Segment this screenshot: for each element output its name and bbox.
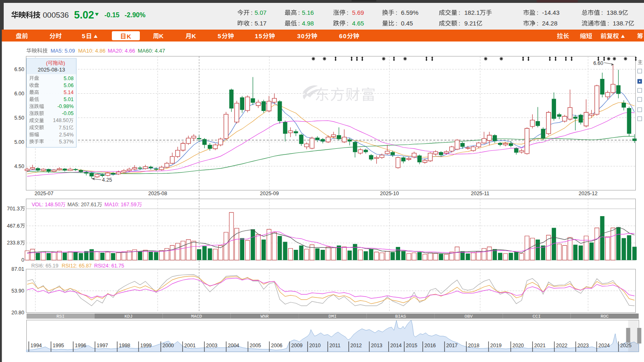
svg-text:DMI: DMI bbox=[329, 314, 337, 319]
svg-text:6.00: 6.00 bbox=[14, 91, 24, 97]
svg-text:MACD: MACD bbox=[191, 314, 202, 319]
svg-text::: : bbox=[537, 9, 538, 16]
svg-text:2004: 2004 bbox=[228, 343, 239, 348]
svg-text:2009: 2009 bbox=[291, 343, 303, 348]
svg-text:-2.90%: -2.90% bbox=[125, 12, 146, 18]
svg-text:138.9: 138.9 bbox=[607, 9, 622, 16]
svg-text:1997: 1997 bbox=[97, 343, 108, 348]
svg-text:20.80: 20.80 bbox=[12, 310, 24, 316]
svg-text:9.21: 9.21 bbox=[464, 20, 476, 27]
svg-text:K: K bbox=[159, 32, 164, 39]
svg-text:-0.98%: -0.98% bbox=[57, 104, 74, 109]
svg-text:4.50: 4.50 bbox=[14, 164, 24, 169]
svg-text:2025-08: 2025-08 bbox=[148, 191, 167, 196]
svg-text:1999: 1999 bbox=[140, 343, 152, 348]
svg-text:5.07: 5.07 bbox=[255, 9, 266, 16]
svg-text:000536: 000536 bbox=[43, 11, 69, 19]
svg-text:5.02: 5.02 bbox=[74, 9, 94, 21]
svg-text:BIAS: BIAS bbox=[395, 314, 406, 319]
svg-text:4.25: 4.25 bbox=[102, 177, 112, 183]
svg-text:5.50: 5.50 bbox=[14, 115, 24, 121]
svg-text:MA60: 4.47: MA60: 4.47 bbox=[138, 48, 165, 54]
svg-text:6.60: 6.60 bbox=[593, 60, 603, 66]
svg-text:5.69: 5.69 bbox=[352, 9, 364, 16]
svg-text:701.3: 701.3 bbox=[7, 206, 20, 212]
svg-text:6: 6 bbox=[339, 32, 343, 39]
svg-text:233.8: 233.8 bbox=[7, 240, 20, 246]
svg-text:5: 5 bbox=[259, 32, 262, 39]
svg-text:2022: 2022 bbox=[556, 343, 568, 348]
svg-text:87.01: 87.01 bbox=[12, 266, 24, 272]
svg-text:2023: 2023 bbox=[577, 343, 589, 348]
svg-text:4.65: 4.65 bbox=[352, 20, 364, 27]
svg-text::: : bbox=[607, 20, 609, 27]
svg-text:1996: 1996 bbox=[75, 343, 86, 348]
svg-text:RSI: RSI bbox=[56, 314, 65, 319]
svg-text:1998: 1998 bbox=[119, 343, 130, 348]
svg-text:24.28: 24.28 bbox=[542, 20, 558, 27]
svg-text:2019: 2019 bbox=[490, 343, 502, 348]
svg-text:MA10: 167.59: MA10: 167.59 bbox=[104, 202, 137, 208]
svg-text:138.7: 138.7 bbox=[613, 20, 628, 27]
svg-text:467.6: 467.6 bbox=[7, 223, 20, 229]
svg-text:): ) bbox=[63, 60, 65, 66]
svg-text:1: 1 bbox=[255, 32, 258, 39]
svg-text:KDJ: KDJ bbox=[125, 314, 133, 319]
svg-text:2021: 2021 bbox=[534, 343, 546, 348]
svg-text::: : bbox=[459, 20, 460, 27]
svg-text:2020: 2020 bbox=[512, 343, 524, 348]
svg-text:2003: 2003 bbox=[206, 343, 218, 348]
svg-text:CCI: CCI bbox=[533, 314, 541, 319]
svg-text:5: 5 bbox=[218, 32, 221, 39]
svg-text:5.16: 5.16 bbox=[302, 9, 314, 16]
svg-text::: : bbox=[601, 9, 603, 16]
svg-text:148.50: 148.50 bbox=[53, 118, 69, 123]
svg-text:5.37%: 5.37% bbox=[59, 139, 74, 145]
svg-text:0: 0 bbox=[301, 32, 304, 39]
svg-text:1995: 1995 bbox=[53, 343, 64, 348]
svg-text:2025-11: 2025-11 bbox=[471, 191, 489, 196]
svg-text:2018: 2018 bbox=[468, 343, 480, 348]
svg-text::: : bbox=[396, 20, 397, 27]
svg-text:RSI6: 65.19: RSI6: 65.19 bbox=[31, 263, 58, 269]
svg-text:0.45: 0.45 bbox=[401, 20, 413, 27]
svg-text:2025-08-13: 2025-08-13 bbox=[38, 67, 65, 73]
svg-text:4.98: 4.98 bbox=[302, 20, 314, 27]
svg-text:5.17: 5.17 bbox=[255, 20, 266, 27]
svg-text:2001: 2001 bbox=[184, 343, 196, 348]
svg-text:6.50: 6.50 bbox=[14, 67, 24, 72]
svg-text:2006: 2006 bbox=[271, 343, 283, 348]
svg-text:2025-12: 2025-12 bbox=[579, 191, 598, 196]
svg-text:2025-10: 2025-10 bbox=[380, 191, 399, 196]
svg-text:-0.15: -0.15 bbox=[104, 12, 120, 18]
svg-text:5.08: 5.08 bbox=[64, 76, 74, 81]
svg-text:5: 5 bbox=[82, 32, 85, 39]
svg-text:0: 0 bbox=[343, 32, 346, 39]
svg-text:2011: 2011 bbox=[329, 343, 341, 348]
svg-text:RSI24: 61.75: RSI24: 61.75 bbox=[94, 263, 124, 269]
svg-text:53.90: 53.90 bbox=[12, 288, 24, 294]
svg-text:-0.05: -0.05 bbox=[62, 111, 74, 116]
svg-text:3: 3 bbox=[297, 32, 301, 39]
svg-text:2.54%: 2.54% bbox=[59, 132, 74, 138]
svg-text:2025-07: 2025-07 bbox=[35, 191, 53, 196]
svg-text:2012: 2012 bbox=[350, 343, 362, 348]
svg-text:-14.43: -14.43 bbox=[542, 9, 560, 16]
svg-text:7.51: 7.51 bbox=[59, 125, 69, 131]
svg-text:VOL: 148.50: VOL: 148.50 bbox=[32, 202, 60, 208]
svg-text::: : bbox=[298, 9, 300, 16]
svg-text:ROC: ROC bbox=[600, 314, 609, 319]
svg-text:2000: 2000 bbox=[162, 343, 174, 348]
svg-text:6.59%: 6.59% bbox=[401, 9, 419, 16]
svg-text:RSI12: 65.87: RSI12: 65.87 bbox=[62, 263, 92, 269]
svg-text:MA10: 4.86: MA10: 4.86 bbox=[78, 48, 106, 54]
svg-text:2016: 2016 bbox=[424, 343, 436, 348]
svg-text:2013: 2013 bbox=[371, 343, 382, 348]
svg-text:OBV: OBV bbox=[465, 314, 473, 319]
svg-text:0: 0 bbox=[21, 257, 24, 263]
svg-text:2005: 2005 bbox=[250, 343, 261, 348]
svg-text:2017: 2017 bbox=[446, 343, 458, 348]
svg-text:5.14: 5.14 bbox=[64, 90, 74, 95]
svg-text:K: K bbox=[127, 33, 131, 40]
svg-text:5.06: 5.06 bbox=[64, 83, 74, 88]
